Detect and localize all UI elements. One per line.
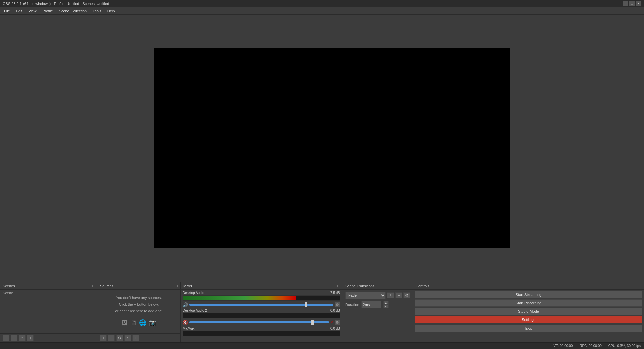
status-bar: LIVE: 00:00:00 REC: 00:00:00 CPU: 0.3%, …: [0, 342, 644, 349]
right-sidebar: [590, 15, 644, 282]
transitions-panel-header: Scene Transitions □: [342, 282, 413, 289]
mixer-vol-thumb-2[interactable]: [311, 320, 314, 325]
status-live: LIVE: 00:00:00: [551, 344, 573, 348]
sources-move-down-button[interactable]: ↓: [132, 335, 139, 341]
mixer-mute-x-icon-2[interactable]: ✕: [330, 320, 333, 325]
controls-panel-header: Controls: [413, 282, 644, 289]
scenes-list[interactable]: [0, 296, 97, 333]
window-controls: ─ □ ✕: [623, 1, 641, 6]
mixer-channel-name-1: Desktop Audio: [183, 291, 204, 295]
mixer-channel-db-1: -7.5 dB: [329, 291, 340, 295]
mixer-vol-track-2: [189, 321, 329, 323]
status-rec: REC: 00:00:00: [580, 344, 602, 348]
mixer-channel-name-2: Desktop Audio 2: [183, 309, 207, 312]
sources-collapse-icon[interactable]: □: [176, 284, 178, 288]
transitions-duration-row: Duration ▲ ▼: [345, 301, 410, 308]
menu-help[interactable]: Help: [105, 8, 118, 14]
image-source-icon: 🖼: [122, 317, 128, 328]
mixer-channel-desktop-audio: Desktop Audio -7.5 dB 🔊 ⚙: [183, 291, 340, 307]
main-area: [0, 15, 644, 282]
menu-profile[interactable]: Profile: [40, 8, 55, 14]
mixer-settings-btn-1[interactable]: ⚙: [335, 302, 340, 307]
mixer-volume-row-2: 🔇 ✕ ⚙: [183, 320, 340, 325]
display-source-icon: 🖥: [130, 317, 136, 328]
scenes-move-up-button[interactable]: ↑: [19, 335, 26, 341]
mixer-panel: Desktop Audio -7.5 dB 🔊 ⚙: [181, 290, 342, 342]
scenes-label-row: Scene: [0, 290, 97, 296]
exit-button[interactable]: Exit: [415, 325, 642, 332]
close-button[interactable]: ✕: [636, 1, 641, 6]
mixer-vol-slider-1[interactable]: [189, 302, 333, 307]
mixer-channel-header-3: Mic/Aux 0.0 dB: [183, 327, 340, 330]
scenes-add-button[interactable]: +: [3, 335, 9, 341]
transitions-remove-button[interactable]: −: [395, 292, 402, 298]
menu-scene-collection[interactable]: Scene Collection: [56, 8, 90, 14]
mixer-channel-desktop-audio-2: Desktop Audio 2 0.0 dB 🔇 ✕ ⚙: [183, 309, 340, 325]
transitions-duration-input[interactable]: [361, 301, 381, 308]
mixer-channel-db-2: 0.0 dB: [330, 309, 340, 312]
mixer-header-label: Mixer: [183, 284, 192, 288]
preview-area: [74, 15, 590, 282]
studio-mode-button[interactable]: Studio Mode: [415, 308, 642, 315]
transitions-add-button[interactable]: +: [387, 292, 394, 298]
controls-panel: Start Streaming Start Recording Studio M…: [413, 290, 644, 342]
sources-toolbar: + − ⚙ ↑ ↓: [97, 333, 180, 342]
sources-panel: You don't have any sources. Click the + …: [97, 290, 181, 342]
transitions-collapse-icon[interactable]: □: [408, 284, 410, 288]
mixer-collapse-icon[interactable]: □: [337, 284, 339, 288]
transitions-settings-button[interactable]: ⚙: [403, 292, 410, 298]
scenes-remove-button[interactable]: −: [11, 335, 17, 341]
menu-edit[interactable]: Edit: [13, 8, 25, 14]
sources-empty-message: You don't have any sources. Click the + …: [97, 290, 180, 333]
menu-file[interactable]: File: [1, 8, 13, 14]
restore-button[interactable]: □: [629, 1, 635, 6]
transitions-duration-label: Duration: [345, 303, 359, 307]
transitions-panel: Fade Cut + − ⚙ Duration ▲ ▼: [342, 290, 413, 342]
scenes-move-down-button[interactable]: ↓: [27, 335, 34, 341]
sources-move-up-button[interactable]: ↑: [124, 335, 131, 341]
minimize-button[interactable]: ─: [623, 1, 628, 6]
transitions-spin-up[interactable]: ▲: [383, 301, 389, 305]
window-title: OBS 23.2.1 (64-bit, windows) - Profile: …: [3, 2, 109, 6]
mixer-settings-btn-2[interactable]: ⚙: [335, 320, 340, 325]
scenes-panel-header: Scenes □: [0, 282, 97, 289]
sources-header-label: Sources: [100, 284, 113, 288]
mixer-level-bar-3: [183, 331, 340, 336]
menu-view[interactable]: View: [26, 8, 39, 14]
mixer-vol-slider-2[interactable]: [189, 320, 329, 325]
sources-empty-line3: or right click here to add one.: [115, 308, 163, 315]
status-cpu: CPU: 0.3%, 30.00 fps: [608, 344, 641, 348]
browser-source-icon: 🌐: [139, 317, 146, 328]
panel-content: Scene + − ↑ ↓ You don't have any sources…: [0, 290, 644, 342]
transitions-header-label: Scene Transitions: [345, 284, 374, 288]
transitions-toolbar: + − ⚙: [387, 292, 410, 298]
preview-canvas: [154, 48, 510, 248]
sources-empty-line1: You don't have any sources.: [116, 295, 162, 301]
menu-tools[interactable]: Tools: [90, 8, 104, 14]
start-streaming-button[interactable]: Start Streaming: [415, 291, 642, 298]
transitions-spin-down[interactable]: ▼: [383, 305, 389, 308]
sources-add-button[interactable]: +: [100, 335, 107, 341]
transitions-select-row: Fade Cut + − ⚙: [345, 292, 410, 299]
sources-settings-button[interactable]: ⚙: [116, 335, 123, 341]
transitions-select[interactable]: Fade Cut: [345, 292, 386, 299]
mixer-mute-icon-2[interactable]: 🔇: [183, 320, 188, 325]
scenes-header-label: Scenes: [3, 284, 15, 288]
mixer-vol-track-1: [189, 304, 333, 306]
sources-empty-line2: Click the + button below,: [119, 301, 159, 308]
sources-remove-button[interactable]: −: [108, 335, 115, 341]
panel-headers: Scenes □ Sources □ Mixer □ Scene Transit…: [0, 282, 644, 290]
settings-button[interactable]: Settings: [415, 316, 642, 323]
controls-header-label: Controls: [416, 284, 429, 288]
start-recording-button[interactable]: Start Recording: [415, 299, 642, 307]
mixer-channel-header-1: Desktop Audio -7.5 dB: [183, 291, 340, 295]
transitions-spin-buttons: ▲ ▼: [383, 301, 389, 308]
bottom-panel: Scenes □ Sources □ Mixer □ Scene Transit…: [0, 282, 644, 342]
left-sidebar: [0, 15, 74, 282]
mixer-level-bar-2: [183, 313, 340, 318]
sources-panel-header: Sources □: [97, 282, 181, 289]
menu-bar: File Edit View Profile Scene Collection …: [0, 7, 644, 15]
mixer-vol-thumb-1[interactable]: [305, 302, 307, 307]
scenes-collapse-icon[interactable]: □: [92, 284, 94, 288]
mixer-mute-icon-1[interactable]: 🔊: [183, 302, 188, 307]
